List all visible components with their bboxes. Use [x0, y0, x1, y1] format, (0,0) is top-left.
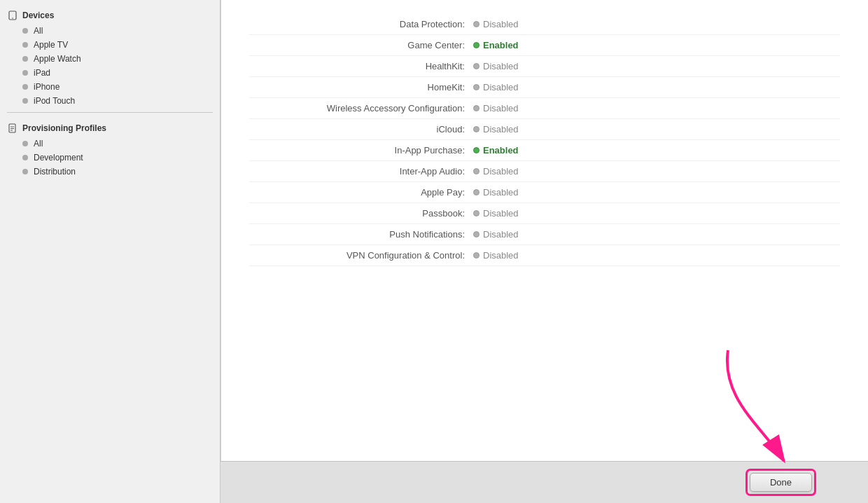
capability-value: Disabled — [473, 187, 519, 198]
capability-row: iCloud:Disabled — [249, 119, 840, 140]
disabled-dot — [473, 168, 479, 174]
capability-row: Passbook:Disabled — [249, 203, 840, 224]
sidebar-item-label: iPhone — [34, 82, 59, 92]
disabled-dot — [473, 231, 479, 237]
sidebar-devices-label: Devices — [22, 11, 54, 20]
status-text: Disabled — [483, 229, 519, 240]
capability-label: Apple Pay: — [249, 187, 473, 198]
capability-row: Game Center:Enabled — [249, 35, 840, 56]
footer-bar: Done — [220, 461, 868, 503]
sidebar-item-ipodtouch[interactable]: iPod Touch — [0, 94, 220, 108]
status-text: Enabled — [483, 145, 519, 156]
sidebar-item-label: iPod Touch — [34, 96, 75, 106]
capability-value: Disabled — [473, 61, 519, 71]
sidebar-item-all-devices[interactable]: All — [0, 24, 220, 38]
status-text: Disabled — [483, 61, 519, 71]
status-text: Disabled — [483, 82, 519, 92]
capability-label: Inter-App Audio: — [249, 166, 473, 177]
status-text: Disabled — [483, 166, 519, 177]
bullet-icon — [22, 84, 28, 90]
sidebar-item-label: Apple Watch — [34, 54, 81, 64]
svg-rect-2 — [9, 124, 15, 132]
bullet-icon — [22, 155, 28, 160]
capabilities-list: Data Protection:DisabledGame Center:Enab… — [220, 0, 868, 461]
sidebar-item-all-profiles[interactable]: All — [0, 137, 220, 151]
capability-row: Wireless Accessory Configuration:Disable… — [249, 98, 840, 119]
status-text: Disabled — [483, 103, 519, 113]
capability-value: Disabled — [473, 208, 519, 219]
disabled-dot — [473, 252, 479, 259]
status-text: Disabled — [483, 19, 519, 29]
done-button-wrapper: Done — [750, 473, 812, 492]
capability-value: Enabled — [473, 145, 519, 156]
bullet-icon — [22, 169, 28, 174]
capability-label: Game Center: — [249, 40, 473, 50]
status-text: Enabled — [483, 40, 519, 50]
capability-row: In-App Purchase:Enabled — [249, 140, 840, 161]
disabled-dot — [473, 126, 479, 132]
capability-label: Wireless Accessory Configuration: — [249, 103, 473, 113]
capability-value: Disabled — [473, 166, 519, 177]
capability-row: Apple Pay:Disabled — [249, 182, 840, 203]
sidebar-item-label: All — [34, 26, 43, 36]
sidebar-devices-header: Devices — [0, 6, 220, 24]
bullet-icon — [22, 56, 28, 62]
capability-label: VPN Configuration & Control: — [249, 250, 473, 261]
capability-row: HomeKit:Disabled — [249, 77, 840, 98]
enabled-dot — [473, 42, 479, 48]
capability-value: Disabled — [473, 19, 519, 29]
bullet-icon — [22, 42, 28, 48]
capability-label: In-App Purchase: — [249, 145, 473, 156]
bullet-icon — [22, 70, 28, 76]
capability-label: iCloud: — [249, 124, 473, 135]
capability-row: HealthKit:Disabled — [249, 56, 840, 77]
bullet-icon — [22, 28, 28, 34]
sidebar-item-iphone[interactable]: iPhone — [0, 80, 220, 94]
capability-label: Push Notifications: — [249, 229, 473, 240]
enabled-dot — [473, 147, 479, 153]
capability-value: Enabled — [473, 40, 519, 50]
disabled-dot — [473, 84, 479, 90]
status-text: Disabled — [483, 208, 519, 219]
status-text: Disabled — [483, 187, 519, 198]
bullet-icon — [22, 141, 28, 146]
disabled-dot — [473, 21, 479, 27]
sidebar-item-label: iPad — [34, 68, 50, 78]
capability-row: Push Notifications:Disabled — [249, 224, 840, 245]
capability-label: Data Protection: — [249, 19, 473, 29]
capability-row: VPN Configuration & Control:Disabled — [249, 245, 840, 266]
sidebar-item-applewatch[interactable]: Apple Watch — [0, 52, 220, 66]
capability-value: Disabled — [473, 124, 519, 135]
bullet-icon — [22, 98, 28, 104]
capability-value: Disabled — [473, 103, 519, 113]
devices-icon — [7, 10, 18, 21]
capability-row: Data Protection:Disabled — [249, 14, 840, 35]
disabled-dot — [473, 105, 479, 111]
capability-value: Disabled — [473, 229, 519, 240]
sidebar-item-label: All — [34, 139, 43, 149]
sidebar-divider — [7, 112, 213, 113]
done-button[interactable]: Done — [750, 473, 812, 492]
disabled-dot — [473, 210, 479, 216]
svg-point-1 — [12, 18, 13, 19]
sidebar-item-label: Distribution — [34, 167, 76, 177]
sidebar: Devices All Apple TV Apple Watch iPad iP… — [0, 0, 220, 503]
capability-label: HomeKit: — [249, 82, 473, 92]
sidebar-item-ipad[interactable]: iPad — [0, 66, 220, 80]
sidebar-item-label: Development — [34, 153, 83, 163]
sidebar-item-appletv[interactable]: Apple TV — [0, 38, 220, 52]
status-text: Disabled — [483, 124, 519, 135]
main-content: Data Protection:DisabledGame Center:Enab… — [220, 0, 868, 503]
sidebar-item-development[interactable]: Development — [0, 151, 220, 165]
disabled-dot — [473, 189, 479, 195]
sidebar-provisioning-header: Provisioning Profiles — [0, 118, 220, 137]
sidebar-item-distribution[interactable]: Distribution — [0, 165, 220, 179]
sidebar-provisioning-label: Provisioning Profiles — [22, 123, 106, 133]
status-text: Disabled — [483, 250, 519, 261]
capability-label: HealthKit: — [249, 61, 473, 71]
capability-row: Inter-App Audio:Disabled — [249, 161, 840, 182]
provisioning-icon — [7, 123, 18, 134]
sidebar-item-label: Apple TV — [34, 40, 68, 50]
capability-value: Disabled — [473, 250, 519, 261]
disabled-dot — [473, 63, 479, 69]
